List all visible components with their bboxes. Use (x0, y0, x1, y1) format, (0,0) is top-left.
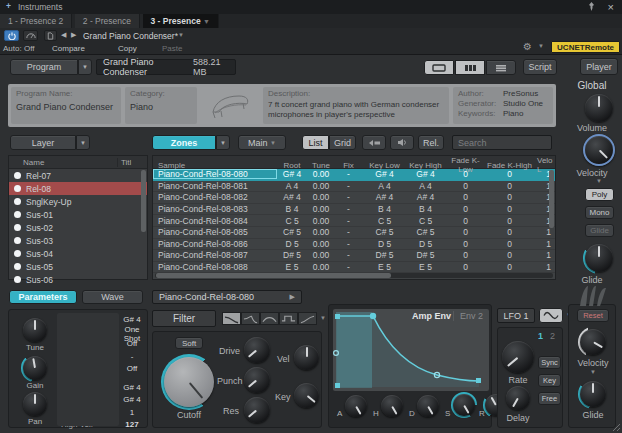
keyboard-icon-button[interactable] (362, 135, 386, 150)
filter-vel-knob[interactable] (294, 345, 319, 370)
glide-knob[interactable] (585, 244, 613, 272)
filter-lowpass-res-icon[interactable] (241, 312, 260, 325)
list-item[interactable]: Sus-02 (9, 221, 147, 234)
mod-velocity-dropdown-icon[interactable]: ▼ (590, 369, 596, 375)
program-button[interactable]: Program (10, 59, 78, 75)
table-hscroll-track[interactable] (155, 273, 553, 278)
filter-highpass-icon[interactable] (298, 312, 317, 325)
tab-presence-2[interactable]: 1 - Presence 2 (0, 14, 72, 28)
poly-button[interactable]: Poly (585, 188, 614, 201)
list-item[interactable]: Sus-05 (9, 260, 147, 273)
delay-knob[interactable] (506, 386, 530, 410)
release-button[interactable]: Rel. (418, 135, 444, 150)
list-view-button[interactable]: List (302, 135, 329, 150)
list-item[interactable]: SnglKey-Up (9, 195, 147, 208)
pin-icon[interactable] (587, 1, 596, 12)
macro-controls-icon[interactable] (23, 30, 38, 41)
list-item[interactable]: Sus-01 (9, 208, 147, 221)
table-vscroll-thumb[interactable] (549, 170, 554, 228)
table-row[interactable]: Piano-Cond-Rel-08-085C# 50.00-C# 5C# 500… (153, 227, 555, 239)
table-row[interactable]: Piano-Cond-Rel-08-084C 50.00-C 5C 5001 (153, 215, 555, 227)
punch-knob[interactable] (244, 367, 270, 393)
list-item[interactable]: Rel-07 (9, 169, 147, 182)
attack-knob[interactable] (345, 395, 367, 417)
grid-view-button[interactable]: Grid (329, 135, 356, 150)
power-button[interactable] (4, 30, 19, 41)
tab-dropdown-icon[interactable]: ▼ (203, 18, 210, 25)
main-selector[interactable]: Main ▼ (238, 135, 286, 150)
layer-list-scrollbar[interactable] (141, 170, 146, 232)
layer-dropdown-icon[interactable]: ▼ (76, 135, 90, 150)
program-display[interactable]: Grand Piano Condenser 588.21 MB (96, 59, 236, 75)
lfo-page-2[interactable]: 2 (550, 331, 555, 341)
pan-knob[interactable] (23, 392, 47, 416)
script-button[interactable]: Script (523, 59, 557, 75)
preset-name[interactable]: Grand Piano Condenser* (83, 31, 178, 41)
amp-env-tab[interactable]: Amp Env (412, 311, 451, 321)
player-button[interactable]: Player (580, 58, 618, 75)
table-row-selected[interactable]: Piano-Cond-Rel-08-080G# 40.00-G# 4G# 400… (153, 169, 555, 181)
sample-play-icon[interactable]: ▶ (290, 293, 295, 301)
drive-knob[interactable] (244, 337, 270, 363)
key-button[interactable]: Key (538, 374, 561, 387)
table-row[interactable]: Piano-Cond-Rel-08-087D# 50.00-D# 5D# 500… (153, 250, 555, 262)
close-icon[interactable]: × (608, 1, 614, 13)
auto-label[interactable]: Auto: Off (3, 44, 34, 53)
table-row[interactable]: Piano-Cond-Rel-08-082A# 40.00-A# 4A# 400… (153, 192, 555, 204)
cutoff-knob[interactable] (164, 357, 214, 407)
settings-dropdown-icon[interactable]: ▼ (538, 43, 544, 49)
preset-dropdown-icon[interactable]: ▼ (178, 32, 184, 38)
mono-button[interactable]: Mono (585, 206, 614, 219)
velocity-dropdown-icon[interactable]: ▼ (596, 178, 602, 184)
view-list-button[interactable] (486, 60, 516, 75)
env2-tab[interactable]: Env 2 (453, 311, 483, 321)
table-row[interactable]: Piano-Cond-Rel-08-083B 40.00-B 4B 4001 (153, 204, 555, 216)
glide-button[interactable]: Glide (585, 224, 614, 237)
ucnet-remote-badge[interactable]: UCNETRemote (551, 41, 620, 53)
hold-knob[interactable] (381, 395, 403, 417)
lfo-page-1[interactable]: 1 (538, 331, 543, 341)
copy-button[interactable]: Copy (118, 44, 137, 53)
rate-knob[interactable] (502, 341, 534, 373)
view-columns-button[interactable] (455, 60, 485, 75)
paste-button[interactable]: Paste (162, 44, 182, 53)
free-button[interactable]: Free (538, 392, 561, 405)
sustain-knob[interactable] (453, 394, 475, 416)
filter-lowpass-icon[interactable] (222, 312, 241, 325)
list-item-selected[interactable]: Rel-08 (9, 182, 147, 195)
wave-tab[interactable]: Wave (82, 290, 143, 304)
table-hscroll-thumb[interactable] (156, 273, 391, 278)
view-single-button[interactable] (424, 60, 454, 75)
reset-button[interactable]: Reset (577, 309, 609, 322)
volume-knob[interactable] (585, 94, 613, 122)
filter-key-knob[interactable] (294, 383, 319, 408)
table-row[interactable]: Piano-Cond-Rel-08-088E 50.00-E 5E 5001 (153, 262, 555, 273)
res-knob[interactable] (244, 397, 270, 423)
sample-selector[interactable]: Piano-Cond-Rel-08-080 ▶ (152, 290, 302, 304)
velocity-knob[interactable] (583, 134, 615, 166)
sync-button[interactable]: Sync (538, 356, 561, 369)
filter-notch-icon[interactable] (279, 312, 298, 325)
next-preset-icon[interactable]: ▶ (71, 31, 76, 39)
compare-button[interactable]: Compare (52, 44, 85, 53)
tab-presence-active[interactable]: 3 - Presence ▼ (143, 14, 219, 28)
filter-bandpass-icon[interactable] (260, 312, 279, 325)
decay-knob[interactable] (417, 395, 439, 417)
layer-selector[interactable]: Layer (10, 135, 76, 150)
filter-type-dropdown-icon[interactable]: ▼ (320, 315, 326, 321)
tune-knob[interactable] (23, 318, 47, 342)
mod-velocity-knob[interactable] (580, 329, 606, 355)
gear-icon[interactable]: ⚙ (523, 41, 532, 52)
mod-glide-knob[interactable] (580, 381, 606, 407)
zones-tab[interactable]: Zones (152, 135, 216, 150)
resize-grip[interactable] (611, 422, 621, 432)
gain-knob[interactable] (23, 356, 47, 380)
envelope-graph[interactable]: Amp Env Env 2 (333, 309, 489, 391)
table-row[interactable]: Piano-Cond-Rel-08-086D 50.00-D 5D 5001 (153, 239, 555, 251)
table-row[interactable]: Piano-Cond-Rel-08-081A 40.00-A 4A 4001 (153, 181, 555, 193)
list-item[interactable]: Sus-06 (9, 273, 147, 286)
preset-file-icon[interactable] (44, 30, 57, 41)
parameters-tab[interactable]: Parameters (9, 290, 77, 304)
soft-button[interactable]: Soft (175, 337, 203, 349)
list-item[interactable]: Sus-04 (9, 247, 147, 260)
